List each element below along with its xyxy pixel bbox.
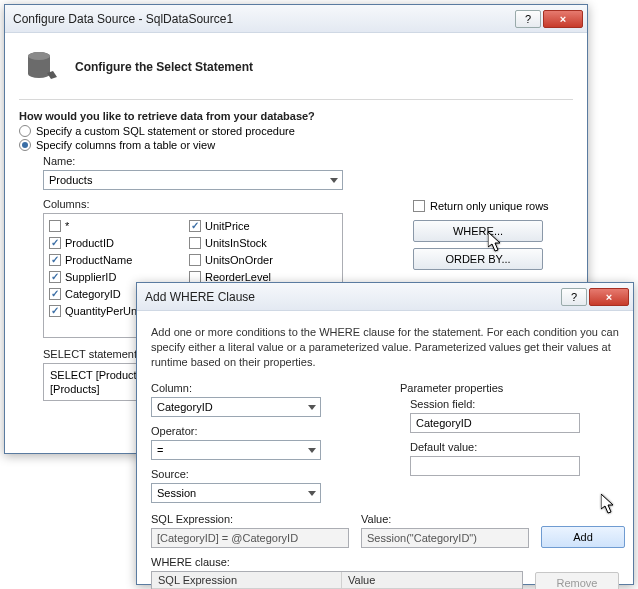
name-label: Name: — [43, 155, 573, 167]
default-value-input[interactable] — [410, 456, 580, 476]
titlebar[interactable]: Configure Data Source - SqlDataSource1 ?… — [5, 5, 587, 33]
question-label: How would you like to retrieve data from… — [19, 110, 573, 122]
radio-custom-sql[interactable]: Specify a custom SQL statement or stored… — [19, 125, 573, 137]
checkbox-icon — [49, 220, 61, 232]
checkbox-icon — [49, 305, 61, 317]
table-name-select[interactable]: Products — [43, 170, 343, 190]
column-select[interactable]: CategoryID — [151, 397, 321, 417]
select-value: CategoryID — [157, 401, 213, 413]
column-label: SupplierID — [65, 271, 116, 283]
value-box: Session("CategoryID") — [361, 528, 529, 548]
checkbox-label: Return only unique rows — [430, 200, 549, 212]
where-button[interactable]: WHERE... — [413, 220, 543, 242]
grid-col-sql: SQL Expression — [152, 572, 342, 588]
button-label: Add — [573, 531, 593, 543]
help-button[interactable]: ? — [561, 288, 587, 306]
column-label: UnitsOnOrder — [205, 254, 273, 266]
remove-button: Remove — [535, 572, 619, 589]
text-value: [CategoryID] = @CategoryID — [157, 532, 298, 544]
checkbox-icon — [189, 254, 201, 266]
source-label: Source: — [151, 468, 370, 480]
button-label: ORDER BY... — [445, 253, 510, 265]
where-clause-grid[interactable]: SQL Expression Value — [151, 571, 523, 589]
button-label: WHERE... — [453, 225, 503, 237]
checkbox-icon — [49, 288, 61, 300]
operator-label: Operator: — [151, 425, 370, 437]
radio-specify-columns[interactable]: Specify columns from a table or view — [19, 139, 573, 151]
checkbox-icon — [49, 271, 61, 283]
dialog-description: Add one or more conditions to the WHERE … — [151, 325, 619, 370]
grid-col-value: Value — [342, 572, 381, 588]
return-unique-checkbox[interactable]: Return only unique rows — [413, 200, 549, 212]
column-label: UnitsInStock — [205, 237, 267, 249]
parameter-props-label: Parameter properties — [400, 382, 619, 394]
close-button[interactable]: × — [589, 288, 629, 306]
operator-select[interactable]: = — [151, 440, 321, 460]
svg-point-3 — [28, 52, 50, 60]
select-value: Session — [157, 487, 196, 499]
help-button[interactable]: ? — [515, 10, 541, 28]
text-value: Session("CategoryID") — [367, 532, 477, 544]
column-label: QuantityPerUnit — [65, 305, 143, 317]
column-label: * — [65, 220, 69, 232]
session-field-input[interactable]: CategoryID — [410, 413, 580, 433]
column-label: CategoryID — [65, 288, 121, 300]
column-item[interactable]: ProductName — [49, 251, 189, 268]
radio-label: Specify a custom SQL statement or stored… — [36, 125, 295, 137]
checkbox-icon — [49, 254, 61, 266]
column-item[interactable]: * — [49, 217, 189, 234]
session-field-label: Session field: — [410, 398, 619, 410]
radio-icon — [19, 139, 31, 151]
table-name-value: Products — [49, 174, 92, 186]
column-item[interactable]: UnitsInStock — [189, 234, 329, 251]
svg-point-2 — [28, 70, 50, 78]
button-label: Remove — [557, 577, 598, 589]
where-clause-label: WHERE clause: — [151, 556, 523, 568]
window-title: Configure Data Source - SqlDataSource1 — [13, 12, 515, 26]
titlebar[interactable]: Add WHERE Clause ? × — [137, 283, 633, 311]
window-title: Add WHERE Clause — [145, 290, 561, 304]
input-value: CategoryID — [416, 417, 472, 429]
column-label: UnitPrice — [205, 220, 250, 232]
column-label: ProductName — [65, 254, 132, 266]
checkbox-icon — [189, 271, 201, 283]
orderby-button[interactable]: ORDER BY... — [413, 248, 543, 270]
checkbox-icon — [189, 237, 201, 249]
column-label: ProductID — [65, 237, 114, 249]
wizard-heading: Configure the Select Statement — [75, 60, 253, 74]
radio-label: Specify columns from a table or view — [36, 139, 215, 151]
select-value: = — [157, 444, 163, 456]
column-label: Column: — [151, 382, 370, 394]
sql-expression-box: [CategoryID] = @CategoryID — [151, 528, 349, 548]
column-label: ReorderLevel — [205, 271, 271, 283]
column-item[interactable]: UnitPrice — [189, 217, 329, 234]
radio-icon — [19, 125, 31, 137]
close-button[interactable]: × — [543, 10, 583, 28]
checkbox-icon — [49, 237, 61, 249]
source-select[interactable]: Session — [151, 483, 321, 503]
default-value-label: Default value: — [410, 441, 619, 453]
add-button[interactable]: Add — [541, 526, 625, 548]
column-item[interactable]: ProductID — [49, 234, 189, 251]
value-label: Value: — [361, 513, 529, 525]
checkbox-icon — [189, 220, 201, 232]
column-item[interactable]: UnitsOnOrder — [189, 251, 329, 268]
add-where-clause-window: Add WHERE Clause ? × Add one or more con… — [136, 282, 634, 585]
checkbox-icon — [413, 200, 425, 212]
sql-expression-label: SQL Expression: — [151, 513, 349, 525]
database-icon — [25, 49, 61, 85]
